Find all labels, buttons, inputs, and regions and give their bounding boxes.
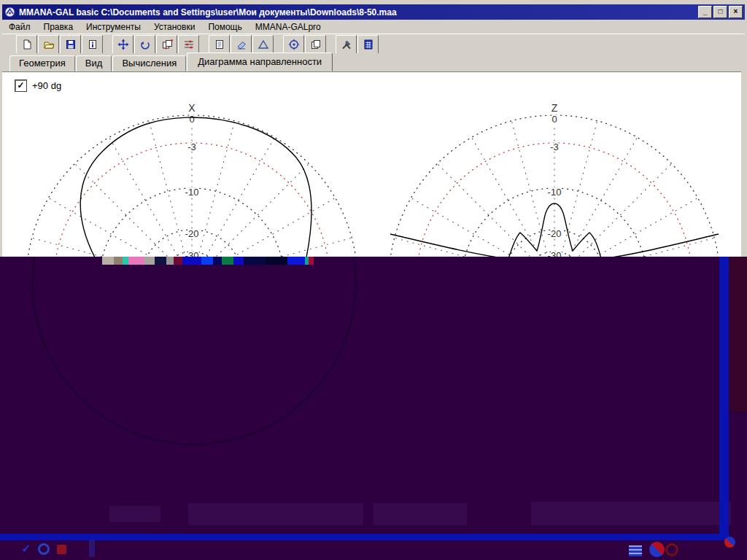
svg-text:X: X — [188, 102, 196, 114]
toolbar-separator — [200, 36, 209, 53]
polar-chart-X: X0-3-10-20-30 — [26, 102, 357, 257]
edit-window-icon — [161, 39, 173, 50]
optimizer-tools-button[interactable] — [336, 35, 357, 54]
close-button[interactable]: × — [729, 6, 743, 18]
window-title: MMANA-GAL basic C:\Documents and Setting… — [19, 7, 698, 18]
glitch-noise-segment — [155, 257, 166, 265]
wire-sliders-icon — [183, 39, 195, 50]
glitch-noise-segment — [213, 257, 222, 265]
blue-artifact-strip-horizontal — [0, 534, 729, 540]
glitch-noise-segment — [166, 257, 174, 265]
hammer-wrench-icon — [341, 39, 352, 50]
corrupted-screen-region: ✓ — [0, 257, 747, 560]
menu-galpro[interactable]: MMANA-GALpro — [249, 20, 328, 34]
menubar: ФайлПравкаИнструментыУстановкиПомощьMMAN… — [2, 20, 745, 34]
minimize-button[interactable]: _ — [698, 6, 712, 18]
move-wires-button[interactable] — [112, 35, 133, 54]
app-logo-icon — [4, 7, 15, 18]
new-file-button[interactable] — [16, 35, 37, 54]
titlebar: MMANA-GAL basic C:\Documents and Setting… — [2, 4, 745, 20]
copy-pages-icon — [310, 39, 322, 50]
ghost-taskbar-button — [188, 503, 363, 525]
tray-sphere-icon[interactable] — [724, 537, 735, 548]
tray-red-icon[interactable] — [57, 545, 66, 554]
tab-geometry[interactable]: Геометрия — [9, 55, 75, 71]
ghost-taskbar-button — [374, 503, 467, 525]
center-target-button[interactable] — [283, 35, 304, 54]
open-file-button[interactable] — [38, 35, 59, 54]
glitch-noise-segment — [102, 257, 114, 265]
tray-list-icon[interactable] — [629, 545, 642, 556]
tabbar: ГеометрияВидВычисленияДиаграмма направле… — [2, 53, 745, 71]
svg-text:0: 0 — [189, 114, 194, 125]
tab-pattern[interactable]: Диаграмма направленности — [187, 52, 333, 71]
text-view-button[interactable] — [209, 35, 230, 54]
toolbar-separator — [327, 36, 336, 53]
glitch-noise-segment — [233, 257, 244, 265]
rotate-icon — [139, 39, 151, 50]
triangle-segment-button[interactable] — [252, 35, 274, 54]
text-document-icon — [214, 39, 225, 50]
svg-text:-10: -10 — [185, 187, 199, 198]
glitch-noise-segment — [266, 257, 287, 265]
svg-text:0: 0 — [551, 114, 557, 125]
tray-check-icon[interactable]: ✓ — [20, 542, 33, 555]
tray-circle-icon[interactable] — [38, 543, 50, 555]
glitch-noise-segment — [128, 257, 144, 265]
ghost-chart-arc — [31, 257, 357, 446]
glitch-noise-segment — [244, 257, 266, 265]
tray-globe-icon[interactable] — [649, 542, 665, 557]
plus90-checkbox[interactable]: ✓ — [15, 80, 26, 91]
svg-text:-10: -10 — [548, 187, 562, 198]
file-info-button[interactable] — [82, 35, 103, 54]
save-file-icon — [65, 39, 77, 50]
calculate-button[interactable] — [357, 35, 379, 54]
svg-text:-20: -20 — [548, 228, 562, 239]
svg-text:-30: -30 — [548, 250, 562, 257]
menu-setup[interactable]: Установки — [147, 20, 201, 34]
svg-text:-3: -3 — [187, 141, 196, 152]
glitch-noise-segment — [309, 257, 314, 265]
eraser-button[interactable] — [231, 35, 252, 54]
screen: MMANA-GAL basic C:\Documents and Setting… — [0, 0, 747, 560]
polar-chart-Z: Z0-3-10-20-30 — [389, 102, 720, 257]
toolbar-separator — [274, 36, 283, 53]
tab-view[interactable]: Вид — [76, 55, 112, 71]
target-icon — [288, 39, 300, 50]
menu-edit[interactable]: Правка — [37, 20, 80, 34]
glitch-noise-segment — [201, 257, 213, 265]
glitch-noise-segment — [182, 257, 201, 265]
glitch-noise-segment — [123, 257, 128, 265]
window-controls: _□× — [698, 6, 743, 18]
edit-window-button[interactable] — [156, 35, 177, 54]
toolbar-separator — [104, 36, 112, 53]
tray-swirl-icon[interactable] — [665, 543, 678, 556]
toolbar — [2, 34, 745, 54]
svg-text:-20: -20 — [185, 228, 199, 239]
menu-help[interactable]: Помощь — [201, 20, 248, 34]
maximize-button[interactable]: □ — [713, 6, 727, 18]
glitch-noise-segment — [144, 257, 155, 265]
eraser-icon — [236, 39, 247, 50]
glitch-noise-segment — [174, 257, 182, 265]
wire-definition-button[interactable] — [178, 35, 199, 54]
svg-text:-3: -3 — [550, 141, 559, 152]
save-file-button[interactable] — [60, 35, 81, 54]
ghost-taskbar-button — [531, 502, 731, 525]
plus90-checkbox-row: ✓ +90 dg — [15, 80, 61, 91]
menu-file[interactable]: Файл — [2, 20, 37, 34]
file-info-icon — [87, 39, 98, 50]
triangle-icon — [258, 39, 269, 50]
tray-smudge-icon[interactable] — [89, 540, 95, 557]
menu-tools[interactable]: Инструменты — [80, 20, 147, 34]
tab-calculations[interactable]: Вычисления — [112, 55, 186, 71]
new-file-icon — [21, 39, 33, 50]
radiation-pattern-charts: X0-3-10-20-30Z0-3-10-20-30 — [0, 71, 747, 257]
calculator-icon — [363, 39, 374, 50]
glitch-noise-segment — [114, 257, 123, 265]
plus90-checkbox-label: +90 dg — [32, 80, 61, 91]
ghost-taskbar-button — [109, 506, 160, 522]
copy-button[interactable] — [305, 35, 326, 54]
glitch-noise-segment — [222, 257, 233, 265]
rotate-antenna-button[interactable] — [134, 35, 155, 54]
